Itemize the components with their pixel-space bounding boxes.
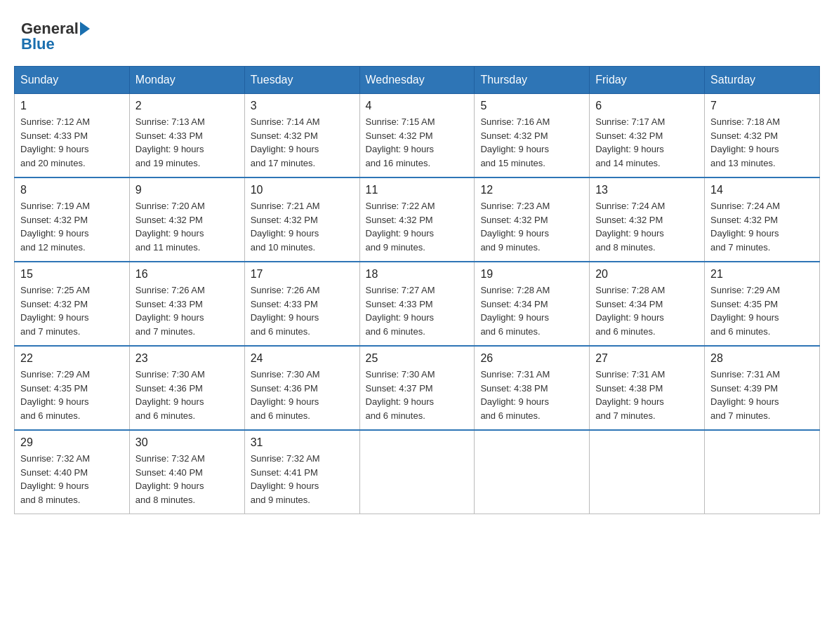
day-info: Sunrise: 7:29 AMSunset: 4:35 PMDaylight:… [710, 283, 814, 338]
day-info: Sunrise: 7:22 AMSunset: 4:32 PMDaylight:… [366, 199, 469, 254]
day-number: 9 [135, 184, 239, 196]
calendar-header-sunday: Sunday [15, 67, 130, 94]
page-header: General Blue [14, 14, 820, 52]
calendar-cell: 4 Sunrise: 7:15 AMSunset: 4:32 PMDayligh… [359, 94, 475, 178]
calendar-cell: 7 Sunrise: 7:18 AMSunset: 4:32 PMDayligh… [705, 94, 820, 178]
day-number: 13 [595, 184, 699, 196]
logo-arrow-icon [80, 22, 90, 36]
day-info: Sunrise: 7:25 AMSunset: 4:32 PMDaylight:… [20, 283, 124, 338]
calendar-cell: 15 Sunrise: 7:25 AMSunset: 4:32 PMDaylig… [15, 262, 130, 346]
calendar-header-row: SundayMondayTuesdayWednesdayThursdayFrid… [15, 67, 820, 94]
calendar-header-thursday: Thursday [475, 67, 590, 94]
calendar-header-monday: Monday [129, 67, 244, 94]
day-info: Sunrise: 7:14 AMSunset: 4:32 PMDaylight:… [251, 115, 354, 170]
calendar-cell: 19 Sunrise: 7:28 AMSunset: 4:34 PMDaylig… [475, 262, 590, 346]
day-info: Sunrise: 7:16 AMSunset: 4:32 PMDaylight:… [480, 115, 583, 170]
day-number: 16 [135, 268, 239, 281]
calendar-cell: 25 Sunrise: 7:30 AMSunset: 4:37 PMDaylig… [359, 346, 475, 430]
calendar-cell [590, 430, 705, 514]
day-info: Sunrise: 7:15 AMSunset: 4:32 PMDaylight:… [366, 115, 469, 170]
logo-blue-text: Blue [21, 36, 55, 52]
calendar-cell: 10 Sunrise: 7:21 AMSunset: 4:32 PMDaylig… [244, 177, 359, 262]
day-number: 1 [20, 100, 124, 112]
day-number: 15 [20, 268, 124, 281]
day-info: Sunrise: 7:31 AMSunset: 4:38 PMDaylight:… [595, 368, 699, 422]
day-number: 11 [366, 184, 469, 196]
day-info: Sunrise: 7:28 AMSunset: 4:34 PMDaylight:… [595, 283, 699, 338]
day-number: 29 [20, 436, 124, 449]
calendar-cell: 20 Sunrise: 7:28 AMSunset: 4:34 PMDaylig… [590, 262, 705, 346]
day-info: Sunrise: 7:28 AMSunset: 4:34 PMDaylight:… [480, 283, 583, 338]
calendar-cell: 23 Sunrise: 7:30 AMSunset: 4:36 PMDaylig… [129, 346, 244, 430]
calendar-cell: 13 Sunrise: 7:24 AMSunset: 4:32 PMDaylig… [590, 177, 705, 262]
day-info: Sunrise: 7:32 AMSunset: 4:40 PMDaylight:… [20, 452, 124, 507]
day-number: 28 [710, 352, 814, 365]
calendar-cell: 5 Sunrise: 7:16 AMSunset: 4:32 PMDayligh… [475, 94, 590, 178]
day-info: Sunrise: 7:13 AMSunset: 4:33 PMDaylight:… [135, 115, 239, 170]
day-number: 22 [20, 352, 124, 365]
calendar-week-row: 29 Sunrise: 7:32 AMSunset: 4:40 PMDaylig… [15, 430, 820, 514]
day-number: 12 [480, 184, 583, 196]
day-info: Sunrise: 7:21 AMSunset: 4:32 PMDaylight:… [251, 199, 354, 254]
day-info: Sunrise: 7:24 AMSunset: 4:32 PMDaylight:… [710, 199, 814, 254]
day-info: Sunrise: 7:24 AMSunset: 4:32 PMDaylight:… [595, 199, 699, 254]
calendar-header-tuesday: Tuesday [244, 67, 359, 94]
calendar-cell: 1 Sunrise: 7:12 AMSunset: 4:33 PMDayligh… [15, 94, 130, 178]
day-number: 24 [251, 352, 354, 365]
day-info: Sunrise: 7:30 AMSunset: 4:36 PMDaylight:… [135, 368, 239, 422]
day-number: 19 [480, 268, 583, 281]
calendar-cell: 22 Sunrise: 7:29 AMSunset: 4:35 PMDaylig… [15, 346, 130, 430]
calendar-week-row: 8 Sunrise: 7:19 AMSunset: 4:32 PMDayligh… [15, 177, 820, 262]
day-number: 2 [135, 100, 239, 112]
calendar-cell: 11 Sunrise: 7:22 AMSunset: 4:32 PMDaylig… [359, 177, 475, 262]
day-number: 18 [366, 268, 469, 281]
day-number: 7 [710, 100, 814, 112]
day-number: 25 [366, 352, 469, 365]
day-number: 30 [135, 436, 239, 449]
day-number: 14 [710, 184, 814, 196]
day-info: Sunrise: 7:30 AMSunset: 4:37 PMDaylight:… [366, 368, 469, 422]
day-info: Sunrise: 7:23 AMSunset: 4:32 PMDaylight:… [480, 199, 583, 254]
calendar-cell: 18 Sunrise: 7:27 AMSunset: 4:33 PMDaylig… [359, 262, 475, 346]
calendar-cell [475, 430, 590, 514]
logo-general-text: General [21, 21, 79, 36]
day-number: 5 [480, 100, 583, 112]
day-number: 26 [480, 352, 583, 365]
day-number: 20 [595, 268, 699, 281]
calendar-cell: 29 Sunrise: 7:32 AMSunset: 4:40 PMDaylig… [15, 430, 130, 514]
day-number: 4 [366, 100, 469, 112]
logo: General Blue [21, 21, 90, 52]
day-info: Sunrise: 7:32 AMSunset: 4:41 PMDaylight:… [251, 452, 354, 507]
day-info: Sunrise: 7:20 AMSunset: 4:32 PMDaylight:… [135, 199, 239, 254]
day-number: 21 [710, 268, 814, 281]
calendar-cell: 3 Sunrise: 7:14 AMSunset: 4:32 PMDayligh… [244, 94, 359, 178]
day-number: 27 [595, 352, 699, 365]
calendar-week-row: 22 Sunrise: 7:29 AMSunset: 4:35 PMDaylig… [15, 346, 820, 430]
day-number: 31 [251, 436, 354, 449]
day-number: 17 [251, 268, 354, 281]
calendar-header-friday: Friday [590, 67, 705, 94]
calendar-cell: 8 Sunrise: 7:19 AMSunset: 4:32 PMDayligh… [15, 177, 130, 262]
calendar-cell: 21 Sunrise: 7:29 AMSunset: 4:35 PMDaylig… [705, 262, 820, 346]
calendar-cell: 2 Sunrise: 7:13 AMSunset: 4:33 PMDayligh… [129, 94, 244, 178]
calendar-cell: 27 Sunrise: 7:31 AMSunset: 4:38 PMDaylig… [590, 346, 705, 430]
day-info: Sunrise: 7:31 AMSunset: 4:39 PMDaylight:… [710, 368, 814, 422]
day-info: Sunrise: 7:29 AMSunset: 4:35 PMDaylight:… [20, 368, 124, 422]
calendar-header-wednesday: Wednesday [359, 67, 475, 94]
day-info: Sunrise: 7:26 AMSunset: 4:33 PMDaylight:… [251, 283, 354, 338]
calendar-cell: 24 Sunrise: 7:30 AMSunset: 4:36 PMDaylig… [244, 346, 359, 430]
calendar-header-saturday: Saturday [705, 67, 820, 94]
calendar-cell: 9 Sunrise: 7:20 AMSunset: 4:32 PMDayligh… [129, 177, 244, 262]
calendar-cell: 17 Sunrise: 7:26 AMSunset: 4:33 PMDaylig… [244, 262, 359, 346]
day-info: Sunrise: 7:26 AMSunset: 4:33 PMDaylight:… [135, 283, 239, 338]
calendar-week-row: 15 Sunrise: 7:25 AMSunset: 4:32 PMDaylig… [15, 262, 820, 346]
day-number: 10 [251, 184, 354, 196]
day-info: Sunrise: 7:32 AMSunset: 4:40 PMDaylight:… [135, 452, 239, 507]
day-number: 3 [251, 100, 354, 112]
day-info: Sunrise: 7:27 AMSunset: 4:33 PMDaylight:… [366, 283, 469, 338]
calendar-cell: 14 Sunrise: 7:24 AMSunset: 4:32 PMDaylig… [705, 177, 820, 262]
day-number: 8 [20, 184, 124, 196]
calendar-cell: 26 Sunrise: 7:31 AMSunset: 4:38 PMDaylig… [475, 346, 590, 430]
calendar-table: SundayMondayTuesdayWednesdayThursdayFrid… [14, 66, 820, 514]
day-info: Sunrise: 7:12 AMSunset: 4:33 PMDaylight:… [20, 115, 124, 170]
